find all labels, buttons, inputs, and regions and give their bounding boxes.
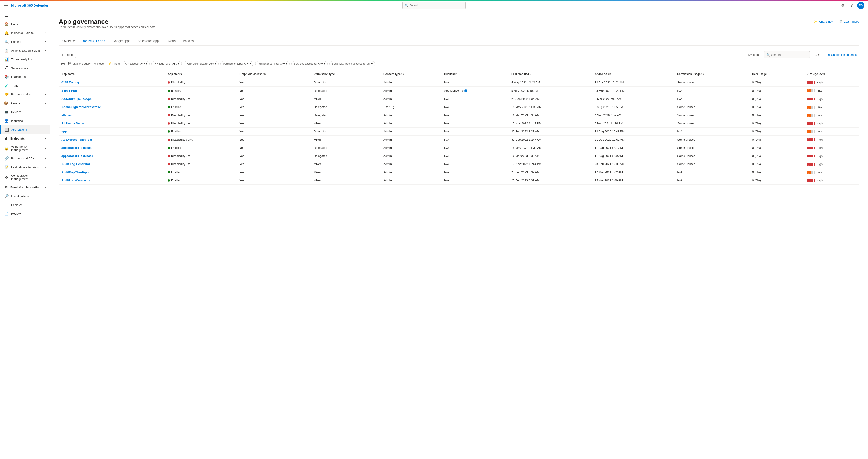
sidebar-label-secure: Secure score <box>11 66 46 70</box>
customize-columns-button[interactable]: ⊞ Customize columns <box>825 52 859 58</box>
sidebar-item-trials[interactable]: 🧪 Trials <box>0 81 50 90</box>
sidebar-item-home[interactable]: 🏠 Home <box>0 20 50 29</box>
learn-more-link[interactable]: 📋 Learn more <box>839 20 859 23</box>
cell-publisher: N/A <box>441 168 508 176</box>
sidebar-item-review[interactable]: 📄 Review <box>0 209 50 218</box>
cell-app-name[interactable]: AuditLogsConnector <box>59 176 165 184</box>
filter-privilege-level[interactable]: Privilege level: Any ▾ <box>151 61 182 66</box>
cell-graph-api: Yes <box>237 103 311 111</box>
col-header-app-name[interactable]: App name ↑ <box>59 70 165 78</box>
sidebar-label-identities: Identities <box>11 119 46 123</box>
reset-button[interactable]: ↺ Reset <box>93 62 105 66</box>
cell-added-on: 11 Aug 2021 5:09 AM <box>592 152 675 160</box>
cell-app-name[interactable]: All Hands Demo <box>59 119 165 127</box>
sidebar-item-vulnerability[interactable]: 🔒 Vulnerability management ▾ <box>0 143 50 154</box>
cell-last-modified: 21 Sep 2022 1:34 AM <box>508 95 592 103</box>
privilege-label: High <box>817 122 823 125</box>
tab-salesforce-apps[interactable]: Salesforce apps <box>134 37 164 45</box>
filter-sensitivity-labels[interactable]: Sensitivity labels accessed: Any ▾ <box>329 61 375 66</box>
avatar[interactable]: RS <box>857 2 864 9</box>
cell-publisher: N/A <box>441 78 508 87</box>
sidebar-item-identities[interactable]: 👤 Identities <box>0 117 50 125</box>
cell-last-modified: 18 May 2023 11:39 AM <box>508 103 592 111</box>
cell-app-name[interactable]: Audit Log Generator <box>59 160 165 168</box>
col-header-graph-api[interactable]: Graph API access ⓘ <box>237 70 311 78</box>
chevron-incidents: ▾ <box>45 32 46 34</box>
col-header-permission-usage[interactable]: Permission usage ⓘ <box>675 70 749 78</box>
cell-app-name[interactable]: app <box>59 127 165 136</box>
sidebar-item-secure[interactable]: 🛡 Secure score <box>0 64 50 72</box>
cell-perm-type: Delegated <box>311 152 381 160</box>
sidebar-item-hunting[interactable]: 🔍 Hunting ▾ <box>0 37 50 46</box>
actions-icon: 📋 <box>4 49 9 53</box>
apps-table: App name ↑ App status ⓘ <box>59 70 859 184</box>
export-button[interactable]: ↓ Export <box>59 52 76 58</box>
search-input[interactable] <box>771 53 807 57</box>
filter-sort-button[interactable]: ≡ ▾ <box>813 52 821 57</box>
tab-policies[interactable]: Policies <box>179 37 197 45</box>
sidebar-item-investigations[interactable]: 🔎 Investigations <box>0 192 50 201</box>
tab-overview[interactable]: Overview <box>59 37 79 45</box>
cell-app-name[interactable]: 1-on-1 Hub <box>59 87 165 95</box>
cell-data-usage: 0 (0%) <box>749 78 804 87</box>
save-query-button[interactable]: 💾 Save the query <box>67 62 92 66</box>
sidebar-item-partners-apis[interactable]: 🔗 Partners and APIs ▾ <box>0 154 50 163</box>
cell-app-name[interactable]: alfalfa4 <box>59 111 165 119</box>
filter-api-access[interactable]: API access: Any ▾ <box>123 61 150 66</box>
sidebar-item-learning[interactable]: 📚 Learning hub <box>0 72 50 81</box>
cell-app-name[interactable]: AadAuditPipelineApp <box>59 95 165 103</box>
sidebar-collapse-toggle[interactable]: ☰ <box>0 11 50 20</box>
cell-app-name[interactable]: Adobe Sign for Microsoft365 <box>59 103 165 111</box>
tab-google-apps[interactable]: Google apps <box>109 37 134 45</box>
sidebar-section-endpoints[interactable]: 🖥 Endpoints ▾ <box>0 134 50 143</box>
bar-4 <box>813 163 815 165</box>
filter-services-accessed[interactable]: Services accessed: Any ▾ <box>291 61 328 66</box>
filter-permission-type[interactable]: Permission type: Any ▾ <box>220 61 253 66</box>
sidebar-item-evaluation[interactable]: 📝 Evaluation & tutorials ▾ <box>0 163 50 172</box>
whats-new-label: What's new <box>818 20 834 23</box>
tab-azure-ad-apps[interactable]: Azure AD apps <box>79 37 109 45</box>
sidebar-item-actions[interactable]: 📋 Actions & submissions ▾ <box>0 46 50 55</box>
col-header-app-status[interactable]: App status ⓘ <box>165 70 237 78</box>
col-header-data-usage[interactable]: Data usage ⓘ <box>749 70 804 78</box>
settings-button[interactable]: ⚙ <box>839 2 846 9</box>
table-row: alfalfa4 Disabled by user Yes Delegated … <box>59 111 859 119</box>
export-label: Export <box>65 53 73 57</box>
col-header-consent-type[interactable]: Consent type ⓘ <box>381 70 441 78</box>
cell-graph-api: Yes <box>237 144 311 152</box>
cell-last-modified: 27 Feb 2023 8:37 AM <box>508 176 592 184</box>
sidebar-label-hunting: Hunting <box>11 40 42 43</box>
filter-publisher-verified[interactable]: Publisher verified: Any ▾ <box>255 61 289 66</box>
whats-new-link[interactable]: ✨ What's new <box>813 20 834 23</box>
col-header-last-modified[interactable]: Last modified ⓘ <box>508 70 592 78</box>
filters-button[interactable]: ⚡ Filters <box>107 62 121 66</box>
cell-app-status: Enabled <box>165 168 237 176</box>
cell-app-name[interactable]: appadracarbTecnicas <box>59 144 165 152</box>
sidebar-item-partner[interactable]: 🤝 Partner catalog ▾ <box>0 90 50 99</box>
cell-app-name[interactable]: AppAccessPolicyTest <box>59 136 165 144</box>
filters-icon: ⚡ <box>108 62 112 65</box>
cell-app-name[interactable]: appadracarbTecnicas1 <box>59 152 165 160</box>
col-header-publisher[interactable]: Publisher ⓘ <box>441 70 508 78</box>
cell-perm-usage: N/A <box>675 168 749 176</box>
sidebar-item-config-mgmt[interactable]: ⚙ Configuration management <box>0 172 50 183</box>
col-header-privilege-level[interactable]: Privilege level <box>804 70 859 78</box>
cell-perm-usage: Some unused <box>675 119 749 127</box>
sidebar-item-incidents[interactable]: 🔔 Incidents & alerts ▾ <box>0 29 50 37</box>
table-row: appadracarbTecnicas Enabled Yes Delegate… <box>59 144 859 152</box>
sidebar-item-devices[interactable]: 💻 Devices <box>0 108 50 117</box>
sidebar-item-threat[interactable]: 📊 Threat analytics <box>0 55 50 64</box>
cell-app-name[interactable]: 0365 Testing <box>59 78 165 87</box>
filter-permission-usage[interactable]: Permission usage: Any ▾ <box>184 61 219 66</box>
sidebar-section-email[interactable]: ✉ Email & collaboration ▾ <box>0 183 50 192</box>
hamburger-menu[interactable] <box>4 4 8 7</box>
sidebar-item-applications[interactable]: 🔲 Applications <box>0 125 50 134</box>
sidebar-item-explorer[interactable]: 🗂 Explorer <box>0 201 50 209</box>
cell-app-name[interactable]: AuditGapClientApp <box>59 168 165 176</box>
help-button[interactable]: ? <box>848 2 855 9</box>
tab-alerts[interactable]: Alerts <box>164 37 179 45</box>
topbar-search-input[interactable] <box>402 2 466 9</box>
col-header-permission-type[interactable]: Permission type ⓘ <box>311 70 381 78</box>
sidebar-section-assets[interactable]: 📦 Assets ▾ <box>0 99 50 108</box>
col-header-added-on[interactable]: Added on ⓘ <box>592 70 675 78</box>
